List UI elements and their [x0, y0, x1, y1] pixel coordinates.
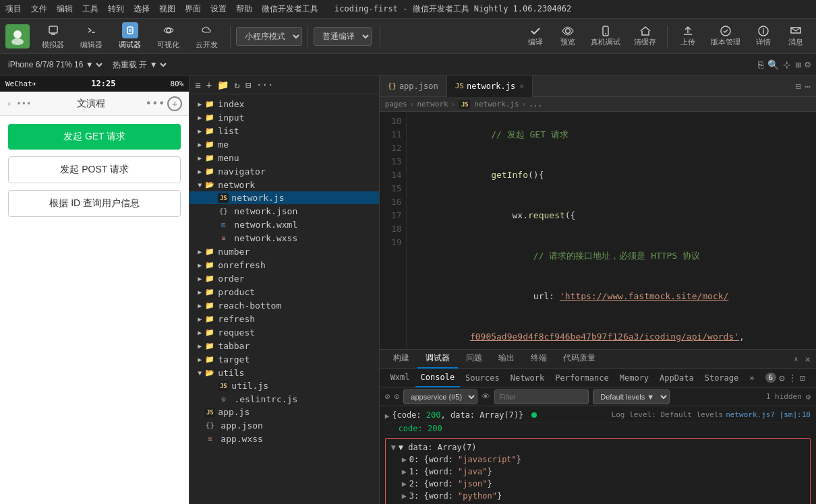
tree-item-app-js[interactable]: JS app.js — [190, 406, 378, 418]
tree-item-index[interactable]: ▶ 📁 index — [190, 97, 378, 111]
more-icon[interactable]: ••• — [145, 97, 165, 110]
appservice-select[interactable]: appservice (#5) — [403, 389, 477, 404]
devtools-tab-memory[interactable]: Memory — [614, 369, 654, 387]
tab-build[interactable]: 构建 — [385, 350, 417, 369]
id-query-button[interactable]: 根据 ID 查询用户信息 — [8, 190, 181, 217]
tree-item-app-wxss[interactable]: ≋ app.wxss — [190, 432, 378, 445]
more-tabs-icon[interactable]: ⋯ — [805, 81, 811, 92]
tree-item-reach-bottom[interactable]: ▶ 📁 reach-bottom — [190, 298, 378, 312]
upload-btn[interactable]: 上传 — [673, 22, 703, 51]
menu-item-project[interactable]: 项目 — [5, 3, 22, 15]
breadcrumb-network[interactable]: network — [417, 100, 448, 108]
mode-select[interactable]: 小程序模式 — [236, 27, 302, 46]
tree-item-app-json[interactable]: {} app.json — [190, 418, 378, 432]
detail-btn[interactable]: 详情 — [749, 22, 778, 51]
tree-item-refresh[interactable]: ▶ 📁 refresh — [190, 312, 378, 325]
filter-input[interactable] — [494, 389, 589, 404]
add-button[interactable]: + — [167, 96, 182, 111]
tree-item-network-wxml[interactable]: ⊡ network.wxml — [190, 218, 378, 231]
collapse-icon[interactable]: ⊟ — [244, 78, 252, 92]
preview-btn[interactable]: 预览 — [553, 22, 583, 51]
grid-icon[interactable]: ⊞ — [795, 59, 800, 70]
hot-reload-select[interactable]: 热重载 开 ▼ — [110, 59, 169, 70]
menu-item-file[interactable]: 文件 — [31, 3, 47, 15]
menu-item-select[interactable]: 选择 — [134, 3, 150, 15]
device-debug-btn[interactable]: 真机调试 — [585, 22, 626, 51]
visual-btn[interactable]: 可视化 — [150, 22, 186, 51]
tree-item-request[interactable]: ▶ 📁 request — [190, 325, 378, 339]
item-1-expand[interactable]: ▶ — [402, 466, 407, 478]
search-icon[interactable]: 🔍 — [767, 59, 779, 70]
tree-expand-icon[interactable]: ▼ — [391, 441, 396, 453]
tab-quality[interactable]: 代码质量 — [555, 350, 604, 369]
eye-icon[interactable]: 👁 — [482, 391, 490, 402]
tree-item-order[interactable]: ▶ 📁 order — [190, 272, 378, 285]
simulator-btn[interactable]: 模拟器 — [35, 22, 71, 51]
item-3-expand[interactable]: ▶ — [402, 490, 407, 502]
compile-select[interactable]: 普通编译 — [314, 27, 372, 46]
menu-item-interface[interactable]: 界面 — [185, 3, 201, 15]
tab-issues[interactable]: 问题 — [458, 350, 490, 369]
cursor-icon[interactable]: ⊹ — [783, 59, 791, 70]
tree-item-me[interactable]: ▶ 📁 me — [190, 137, 378, 151]
panel-collapse-icon[interactable]: ∧ — [792, 354, 801, 364]
version-btn[interactable]: 版本管理 — [705, 22, 746, 51]
back-icon[interactable]: ‹ ••• — [7, 99, 31, 108]
close-tab-icon[interactable]: × — [519, 82, 524, 91]
tab-app-json[interactable]: {} app.json — [380, 75, 447, 97]
menu-item-wechat[interactable]: 微信开发者工具 — [262, 3, 318, 15]
tab-output[interactable]: 输出 — [490, 350, 523, 369]
tree-item-utils[interactable]: ▼ 📂 utils — [190, 366, 378, 379]
new-file-icon[interactable]: + — [205, 78, 213, 92]
message-btn[interactable]: 消息 — [781, 22, 811, 51]
tree-item-network-js[interactable]: JS network.js — [190, 191, 378, 204]
devtools-tab-console[interactable]: Console — [415, 369, 461, 387]
split-editor-icon[interactable]: ⊟ — [795, 81, 800, 92]
tree-item-target[interactable]: ▶ 📁 target — [190, 352, 378, 366]
get-request-button[interactable]: 发起 GET 请求 — [8, 124, 181, 150]
devtools-dock-icon[interactable]: ⊡ — [800, 373, 805, 383]
breadcrumb-symbol[interactable]: ... — [529, 100, 542, 108]
devtools-settings-icon[interactable]: ⚙ — [779, 373, 784, 383]
devtools-tab-storage[interactable]: Storage — [699, 369, 745, 387]
tab-network-js[interactable]: JS network.js × — [447, 75, 533, 97]
tree-item-network-json[interactable]: {} network.json — [190, 204, 378, 218]
tree-item-tabbar[interactable]: ▶ 📁 tabbar — [190, 339, 378, 352]
tree-item-product[interactable]: ▶ 📁 product — [190, 285, 378, 298]
tree-item-onrefresh[interactable]: ▶ 📁 onrefresh — [190, 258, 378, 272]
tree-item-util-js[interactable]: JS util.js — [190, 379, 378, 392]
menu-item-help[interactable]: 帮助 — [236, 3, 252, 15]
compile-btn[interactable]: 编译 — [521, 22, 550, 51]
editor-btn[interactable]: 编辑器 — [74, 22, 109, 51]
devtools-tab-appdata[interactable]: AppData — [654, 369, 699, 387]
breadcrumb-file[interactable]: network.js — [474, 100, 519, 108]
item-2-expand[interactable]: ▶ — [402, 478, 407, 490]
post-request-button[interactable]: 发起 POST 请求 — [8, 156, 181, 183]
menu-item-goto[interactable]: 转到 — [108, 3, 124, 15]
devtools-tab-sources[interactable]: Sources — [460, 369, 505, 387]
new-folder-icon[interactable]: 📁 — [216, 78, 230, 92]
expand-main-icon[interactable]: ▶ — [385, 412, 390, 420]
copy-icon[interactable]: ⎘ — [758, 59, 763, 70]
menu-item-edit[interactable]: 编辑 — [57, 3, 73, 15]
debugger-btn[interactable]: 调试器 — [112, 22, 148, 51]
code-lines[interactable]: // 发起 GET 请求 getInfo(){ wx.request({ // … — [407, 112, 816, 349]
tab-terminal[interactable]: 终端 — [523, 350, 555, 369]
menu-item-view[interactable]: 视图 — [159, 3, 175, 15]
breadcrumb-pages[interactable]: pages — [385, 100, 407, 108]
tree-item-network-wxss[interactable]: ≋ network.wxss — [190, 231, 378, 245]
emoji-icon[interactable]: ☺ — [805, 59, 811, 70]
menu-item-settings[interactable]: 设置 — [210, 3, 227, 15]
tree-item-menu[interactable]: ▶ 📁 menu — [190, 151, 378, 164]
refresh-icon[interactable]: ↻ — [233, 78, 241, 92]
devtools-more-icon[interactable]: ⋮ — [788, 373, 797, 383]
devtools-more-tabs[interactable]: » — [744, 369, 759, 387]
panel-close-icon[interactable]: × — [805, 354, 811, 365]
device-select[interactable]: iPhone 6/7/8 71% 16 ▼ — [5, 59, 105, 70]
console-clear-icon[interactable]: ⊘ — [385, 391, 390, 402]
cloud-btn[interactable]: 云开发 — [189, 22, 225, 51]
menu-item-tools[interactable]: 工具 — [82, 3, 98, 15]
devtools-tab-performance[interactable]: Performance — [550, 369, 614, 387]
tree-item-input[interactable]: ▶ 📁 input — [190, 111, 378, 124]
item-0-expand[interactable]: ▶ — [402, 453, 407, 466]
